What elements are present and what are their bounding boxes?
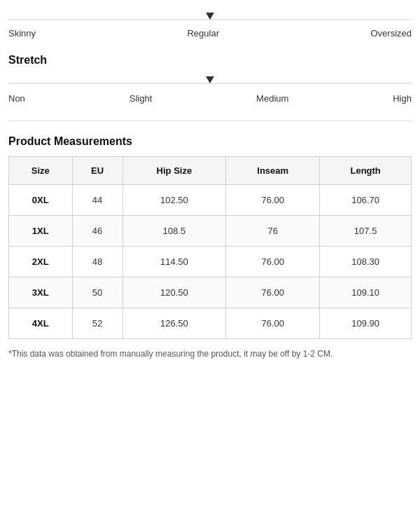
svg-marker-0: [206, 13, 214, 20]
measurements-table: Size EU Hip Size Inseam Length 0XL 44 10…: [8, 156, 412, 339]
stretch-title: Stretch: [8, 54, 412, 67]
stretch-slider-track-container: [8, 76, 412, 90]
cell-size: 4XL: [9, 308, 73, 339]
stretch-label-slight: Slight: [130, 93, 153, 104]
cell-eu: 52: [72, 308, 122, 339]
cell-hip: 114.50: [122, 247, 226, 277]
col-header-eu: EU: [72, 157, 122, 185]
cell-hip: 108.5: [122, 216, 226, 247]
cell-size: 3XL: [9, 277, 73, 308]
cell-inseam: 76.00: [226, 308, 320, 339]
col-header-inseam: Inseam: [226, 157, 320, 185]
cell-eu: 48: [72, 247, 122, 277]
cell-hip: 120.50: [122, 277, 226, 308]
col-header-size: Size: [9, 157, 73, 185]
cell-inseam: 76.00: [226, 277, 320, 308]
cell-hip: 126.50: [122, 308, 226, 339]
footnote: *This data was obtained from manually me…: [8, 348, 412, 360]
table-row: 3XL 50 120.50 76.00 109.10: [9, 277, 412, 308]
cell-size: 1XL: [9, 216, 73, 247]
stretch-label-medium: Medium: [256, 93, 288, 104]
fit-section: Skinny Regular Oversized: [8, 0, 412, 43]
cell-eu: 44: [72, 185, 122, 216]
page-wrapper: Skinny Regular Oversized Stretch Non Sli…: [0, 0, 420, 374]
col-header-hip: Hip Size: [122, 157, 226, 185]
cell-inseam: 76: [226, 216, 320, 247]
cell-length: 106.70: [320, 185, 412, 216]
stretch-section: Stretch Non Slight Medium High: [8, 43, 412, 109]
cell-inseam: 76.00: [226, 185, 320, 216]
fit-label-skinny: Skinny: [8, 28, 36, 39]
fit-label-regular: Regular: [187, 28, 219, 39]
table-row: 2XL 48 114.50 76.00 108.30: [9, 247, 412, 277]
cell-eu: 46: [72, 216, 122, 247]
stretch-labels: Non Slight Medium High: [8, 93, 412, 104]
table-row: 1XL 46 108.5 76 107.5: [9, 216, 412, 247]
fit-slider-track-container: [8, 13, 412, 27]
stretch-label-high: High: [393, 93, 412, 104]
fit-label-oversized: Oversized: [370, 28, 412, 39]
table-header-row: Size EU Hip Size Inseam Length: [9, 157, 412, 185]
cell-length: 107.5: [320, 216, 412, 247]
cell-inseam: 76.00: [226, 247, 320, 277]
fit-slider-marker: [206, 13, 214, 20]
cell-hip: 102.50: [122, 185, 226, 216]
cell-length: 108.30: [320, 247, 412, 277]
table-row: 0XL 44 102.50 76.00 106.70: [9, 185, 412, 216]
table-row: 4XL 52 126.50 76.00 109.90: [9, 308, 412, 339]
cell-eu: 50: [72, 277, 122, 308]
stretch-label-non: Non: [8, 93, 25, 104]
fit-labels: Skinny Regular Oversized: [8, 28, 412, 39]
cell-length: 109.10: [320, 277, 412, 308]
cell-size: 0XL: [9, 185, 73, 216]
cell-length: 109.90: [320, 308, 412, 339]
cell-size: 2XL: [9, 247, 73, 277]
svg-marker-1: [206, 76, 214, 83]
measurements-section: Product Measurements Size EU Hip Size In…: [8, 132, 412, 360]
section-divider: [8, 121, 412, 121]
stretch-slider-marker: [206, 76, 214, 83]
col-header-length: Length: [320, 157, 412, 185]
measurements-title: Product Measurements: [8, 135, 412, 148]
